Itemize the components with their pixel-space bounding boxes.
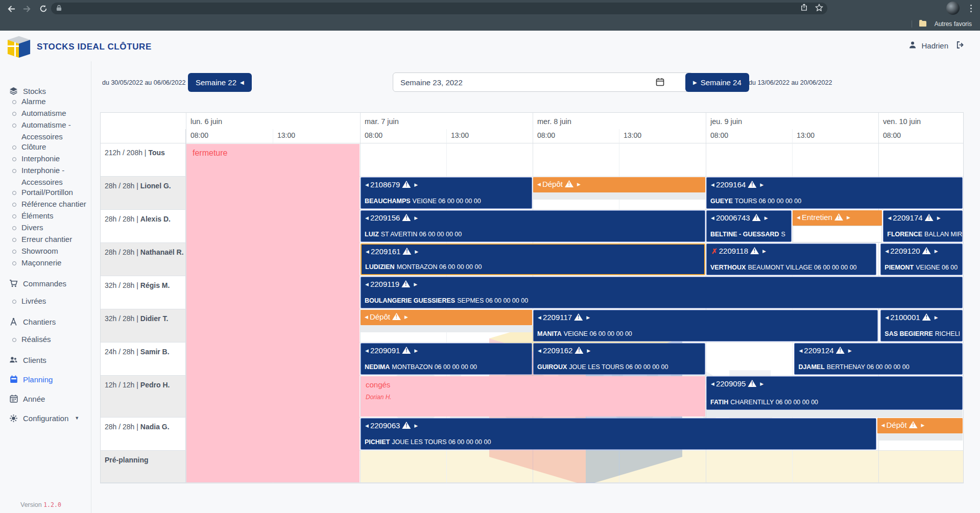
sidebar-item-automatisme-accessoires[interactable]: Automatisme - Accessoires: [0, 120, 91, 142]
planning-event-2209162[interactable]: ◀2209162!▶GUIROUXJOUE LES TOURS 06 00 00…: [533, 343, 705, 375]
right-arrow-icon[interactable]: ▶: [937, 215, 941, 221]
left-arrow-icon[interactable]: ◀: [711, 215, 714, 221]
sidebar-item-annee[interactable]: Année: [0, 393, 91, 405]
event-client: FATIH: [710, 399, 728, 406]
right-arrow-icon[interactable]: ▶: [764, 215, 768, 221]
planning-event-2108679[interactable]: ◀2108679!▶BEAUCHAMPSVEIGNE 06 00 00 00 0…: [361, 177, 532, 209]
left-arrow-icon[interactable]: ◀: [365, 314, 368, 320]
left-arrow-icon[interactable]: ◀: [537, 182, 541, 187]
left-arrow-icon[interactable]: ◀: [885, 249, 889, 254]
left-arrow-icon[interactable]: ◀: [885, 315, 889, 320]
sidebar-item-maconnerie[interactable]: Maçonnerie: [0, 258, 91, 270]
planning-event-depot[interactable]: ◀Dépôt!▶: [533, 177, 705, 192]
planning-event-2209124[interactable]: ◀2209124!▶DJAMELBERTHENAY 06 00 00 00 00: [794, 343, 963, 375]
left-arrow-icon[interactable]: ◀: [365, 182, 369, 187]
sidebar-item-label: Showroom: [21, 245, 58, 257]
prev-week-button[interactable]: Semaine 22◀: [188, 73, 252, 92]
forward-icon[interactable]: [20, 2, 34, 15]
planning-event-2209117[interactable]: ◀2209117!▶MANITAVEIGNE 06 00 00 00 00: [533, 310, 878, 341]
planning-event-2209120[interactable]: ◀2209120!▶PIEMONTVEIGNE 06 00: [880, 243, 963, 275]
left-arrow-icon[interactable]: ◀: [365, 348, 369, 353]
planning-event-2209119[interactable]: ◀2209119!▶BOULANGERIE GUESSIERESSEPMES 0…: [361, 277, 963, 308]
left-arrow-icon[interactable]: ◀: [797, 215, 800, 220]
reload-icon[interactable]: [37, 2, 50, 15]
left-arrow-icon[interactable]: ◀: [799, 348, 802, 353]
sidebar-item-chantiers[interactable]: Chantiers: [0, 315, 91, 328]
right-arrow-icon[interactable]: ▶: [404, 314, 408, 320]
other-bookmarks[interactable]: Autres favoris: [935, 20, 972, 28]
share-icon[interactable]: [800, 4, 808, 13]
planning-event-2100001[interactable]: ◀2100001!▶SAS BEGIERRERICHELI: [880, 310, 963, 341]
planning-event-2209164[interactable]: ◀2209164!▶GUEYETOURS 06 00 00 00 00: [706, 177, 963, 209]
sidebar-item-realises[interactable]: Réalisés: [0, 335, 91, 347]
sidebar-item-interphonie-accessoires[interactable]: Interphonie - Accessoires: [0, 166, 91, 188]
planning-event-fermeture[interactable]: fermeture: [186, 144, 360, 482]
sidebar-item-elements[interactable]: Éléments: [0, 211, 91, 223]
right-arrow-icon[interactable]: ▶: [587, 348, 590, 353]
right-arrow-icon[interactable]: ▶: [414, 282, 417, 287]
grid-cell: [360, 143, 446, 177]
sidebar-item-clients[interactable]: Clients: [0, 354, 91, 366]
week-picker-input[interactable]: [393, 72, 693, 92]
right-arrow-icon[interactable]: ▶: [760, 381, 763, 386]
left-arrow-icon[interactable]: ◀: [711, 182, 714, 187]
right-arrow-icon[interactable]: ▶: [760, 182, 763, 187]
left-arrow-icon[interactable]: ◀: [366, 249, 369, 254]
sidebar-item-commandes[interactable]: Commandes: [0, 277, 91, 289]
right-arrow-icon[interactable]: ▶: [847, 215, 850, 220]
event-code: 2209091: [370, 346, 400, 355]
sidebar-item-livrees[interactable]: Livrées: [0, 297, 91, 308]
planning-event-2209095[interactable]: ◀2209095!▶FATIHCHARENTILLY 06 00 00 00 0…: [706, 376, 963, 410]
browser-profile-avatar[interactable]: [946, 2, 960, 15]
right-arrow-icon[interactable]: ▶: [415, 249, 418, 254]
left-arrow-icon[interactable]: ◀: [538, 348, 541, 353]
address-bar[interactable]: [51, 3, 827, 14]
time-label: 08:00: [360, 129, 446, 143]
left-arrow-icon[interactable]: ◀: [888, 215, 891, 221]
sidebar-item-configuration[interactable]: Configuration▼: [0, 412, 91, 424]
browser-chrome: Autres favoris: [0, 0, 980, 31]
right-arrow-icon[interactable]: ▶: [414, 348, 418, 353]
planning-event-depot[interactable]: ◀Dépôt!▶: [361, 310, 532, 325]
event-code-line: ✗2209118!▶: [707, 244, 876, 255]
right-arrow-icon[interactable]: ▶: [414, 423, 418, 428]
left-arrow-icon[interactable]: ◀: [711, 381, 714, 386]
browser-menu-icon[interactable]: [967, 3, 975, 14]
planning-event-2209118[interactable]: ✗2209118!▶VERTHOUXBEAUMONT VILLAGE 06 00…: [706, 243, 876, 275]
logout-icon[interactable]: [956, 41, 965, 51]
planning-event-conges[interactable]: congésDorian H.: [361, 376, 705, 417]
warning-icon: !: [752, 214, 761, 221]
left-arrow-icon[interactable]: ◀: [365, 423, 369, 428]
planning-event-2209063[interactable]: ◀2209063!▶PICHIETJOUE LES TOURS 06 00 00…: [361, 418, 876, 450]
right-arrow-icon[interactable]: ▶: [414, 215, 418, 221]
warning-icon: !: [402, 214, 411, 221]
right-arrow-icon[interactable]: ▶: [935, 315, 938, 320]
sidebar-item-label: Automatisme: [21, 107, 66, 119]
left-arrow-icon[interactable]: ◀: [365, 215, 369, 221]
planning-event-2209174[interactable]: ◀2209174!▶FLORENCEBALLAN MIR: [883, 210, 963, 242]
planning-event-entretien[interactable]: ◀Entretien!▶: [793, 210, 882, 226]
planning-event-2209161[interactable]: ◀2209161!▶LUDIZIENMONTBAZON 06 00 00 00 …: [361, 243, 705, 275]
planning-event-2209156[interactable]: ◀2209156!▶LUIZST AVERTIN 06 00 00 00 00: [361, 210, 705, 242]
user-name[interactable]: Hadrien: [921, 41, 948, 50]
bookmark-star-icon[interactable]: [815, 4, 823, 14]
right-arrow-icon[interactable]: ▶: [586, 315, 590, 320]
planning-event-2209091[interactable]: ◀2209091!▶NEDIMAMONTBAZON 06 00 00 00 00: [361, 343, 532, 375]
bullet-icon: [12, 338, 16, 342]
right-arrow-icon[interactable]: ▶: [921, 423, 925, 428]
left-arrow-icon[interactable]: ◀: [881, 423, 885, 428]
left-arrow-icon[interactable]: ◀: [365, 282, 369, 287]
right-arrow-icon[interactable]: ▶: [935, 249, 938, 254]
right-arrow-icon[interactable]: ▶: [414, 182, 418, 187]
back-icon[interactable]: [4, 2, 17, 15]
right-arrow-icon[interactable]: ▶: [762, 249, 766, 254]
warning-icon: !: [909, 421, 918, 428]
planning-event-depot[interactable]: ◀Dépôt!▶: [877, 418, 963, 433]
warning-icon: !: [922, 247, 931, 254]
right-arrow-icon[interactable]: ▶: [848, 348, 852, 353]
right-arrow-icon[interactable]: ▶: [577, 182, 581, 187]
next-week-button[interactable]: ▶Semaine 24: [685, 73, 749, 92]
sidebar-item-planning[interactable]: Planning: [0, 373, 91, 385]
planning-event-20006743[interactable]: ◀20006743!▶BELTINE - GUESSARDS: [706, 210, 792, 242]
left-arrow-icon[interactable]: ◀: [538, 315, 541, 320]
